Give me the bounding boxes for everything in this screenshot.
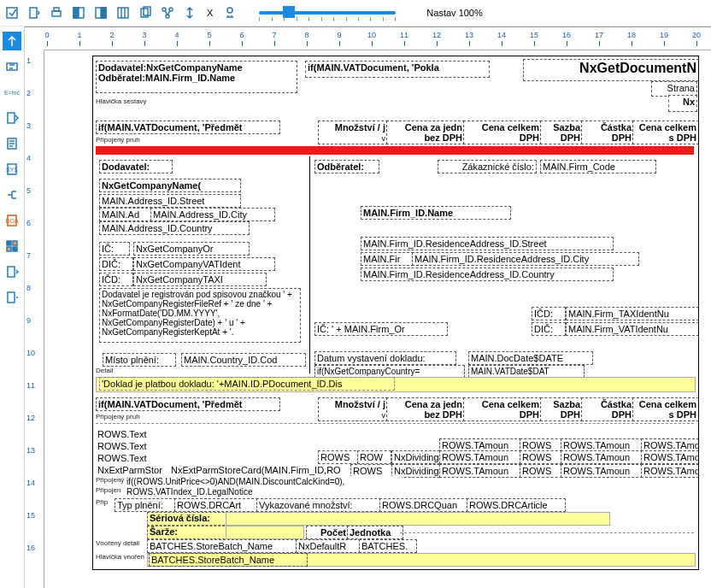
zoom-slider[interactable] bbox=[259, 9, 396, 17]
supplier-street[interactable]: MAIN.Address_ID.Street bbox=[99, 194, 241, 208]
supplier-icd[interactable]: NxGetCompanyTAXI bbox=[133, 273, 267, 286]
col-cena-celkem1[interactable]: Cena celkemDPH bbox=[463, 121, 542, 144]
batches1[interactable]: BATCHES.StoreBatch_Name bbox=[147, 539, 297, 553]
batches3[interactable]: BATCHES.StoreBatch_Name bbox=[149, 553, 308, 567]
side-page-add-icon[interactable] bbox=[3, 109, 21, 127]
customer-name[interactable]: MAIN.Firm_ID.Name bbox=[361, 206, 511, 220]
drcan[interactable]: ROWS.DRCArt bbox=[174, 498, 258, 512]
side-arrow-up-icon[interactable] bbox=[3, 32, 21, 50]
datum-val[interactable]: MAIN.DocDate$DATE bbox=[468, 351, 593, 365]
supplier-ic-l[interactable]: IČ: bbox=[99, 242, 130, 256]
jednotka-label[interactable]: Jednotka bbox=[347, 526, 403, 539]
customer-zip[interactable]: MAIN.Fir bbox=[361, 252, 414, 266]
vyk-l[interactable]: Vykazované množství: bbox=[256, 498, 381, 512]
pocet-label[interactable]: Počet bbox=[306, 526, 349, 539]
supplier-city[interactable]: MAIN.Address_ID.City bbox=[150, 208, 275, 221]
tool-page-print-icon[interactable] bbox=[48, 4, 65, 21]
customer-dic[interactable]: MAIN.Firm_VATIdentNu bbox=[566, 322, 699, 336]
col-mnozstvi[interactable]: Množství / jv bbox=[318, 121, 388, 144]
side-doa-icon[interactable]: DOA bbox=[3, 211, 21, 230]
yellow-text[interactable]: 'Doklad je platbou dokladu: '+MAIN.ID.PD… bbox=[99, 377, 395, 391]
customer-street[interactable]: MAIN.Firm_ID.ResidenceAddress_ID.Street bbox=[361, 237, 614, 250]
customer-icd[interactable]: MAIN.Firm_TAXIdentNu bbox=[566, 307, 699, 320]
rows-text1[interactable]: ROWS.Text bbox=[96, 428, 176, 440]
side-page-text-icon[interactable] bbox=[3, 134, 21, 153]
vatdate[interactable]: MAIN.VATDate$DAT bbox=[468, 365, 585, 378]
misto-country[interactable]: MAIN.Country_ID.Cod bbox=[181, 353, 306, 367]
rows-text2[interactable]: ROWS.Text bbox=[96, 440, 176, 452]
col-predmet[interactable]: if(MAIN.VATDocument, 'Předmět bbox=[96, 121, 280, 134]
supplier-label[interactable]: Dodavatel: bbox=[99, 160, 173, 173]
col2-cena-celkem2[interactable]: Cena celkems DPH bbox=[632, 397, 699, 421]
tool-resize-v-icon[interactable] bbox=[181, 4, 198, 21]
side-text-field-icon[interactable] bbox=[3, 57, 21, 76]
customer-zakcislo[interactable]: MAIN.Firm_Code bbox=[540, 160, 656, 173]
tool-columns-icon[interactable] bbox=[115, 4, 132, 21]
tool-tree-icon[interactable] bbox=[159, 4, 176, 21]
supplier-dic[interactable]: NxGetCompanyVATIdent bbox=[133, 257, 275, 271]
rows-text3[interactable]: ROWS.Text bbox=[96, 452, 176, 464]
customer-label[interactable]: Odběratel: bbox=[314, 160, 379, 173]
col-sazba[interactable]: SazbaDPH bbox=[540, 121, 583, 144]
misto-label[interactable]: Místo plnění: bbox=[103, 353, 176, 367]
customer-city[interactable]: MAIN.Firm_ID.ResidenceAddress_ID.City bbox=[412, 252, 639, 266]
typ-plneni-l[interactable]: Typ plnění: bbox=[115, 498, 176, 512]
rowsrow1[interactable]: ROWS bbox=[318, 450, 361, 464]
tool-snap-icon[interactable] bbox=[3, 4, 21, 21]
tamoun-e[interactable]: ROWS.TAmoun bbox=[439, 464, 521, 478]
tamoun-f[interactable]: ROWS.TAmoun bbox=[561, 464, 643, 478]
tool-half-left-icon[interactable] bbox=[70, 4, 87, 21]
tamoun-d2[interactable]: ROWS.TAmoun bbox=[641, 450, 699, 464]
tamoun-b1[interactable]: ROWS.TAmoun bbox=[439, 450, 521, 464]
field-if-vatdoc[interactable]: if(MAIN.VATDocument, 'Pokla bbox=[305, 61, 490, 78]
col2-predmet[interactable]: if(MAIN.VATDocument, 'Předmět bbox=[96, 397, 280, 411]
tool-ab-icon[interactable] bbox=[221, 4, 238, 21]
side-page-insert-icon[interactable] bbox=[3, 262, 21, 281]
side-sys-icon[interactable]: SYS bbox=[3, 160, 21, 179]
field-nx[interactable]: Nx bbox=[668, 95, 697, 112]
side-page-del-icon[interactable] bbox=[3, 288, 21, 307]
side-emc-icon[interactable]: E=mc bbox=[3, 83, 21, 102]
tool-page-left-icon[interactable] bbox=[26, 4, 43, 21]
col2-castka[interactable]: ČástkaDPH bbox=[581, 397, 634, 421]
col2-sazba[interactable]: SazbaDPH bbox=[540, 397, 583, 421]
col-castka[interactable]: ČástkaDPH bbox=[581, 121, 634, 144]
field-docnum[interactable]: NxGetDocumentN bbox=[523, 59, 699, 81]
customer-icd-l[interactable]: IČD: bbox=[532, 307, 566, 320]
col2-cena-celkem1[interactable]: Cena celkemDPH bbox=[463, 397, 542, 421]
legal[interactable]: ROWS.VATIndex_ID.LegalNotice bbox=[125, 486, 316, 497]
rowsc3[interactable]: ROWS bbox=[520, 464, 562, 478]
drcquan[interactable]: ROWS.DRCQuan bbox=[379, 498, 468, 512]
customer-dic-l[interactable]: DIČ: bbox=[532, 322, 566, 336]
side-branch-icon[interactable] bbox=[3, 185, 21, 204]
rowsc2[interactable]: ROWS bbox=[520, 450, 562, 464]
supplier-name[interactable]: NxGetCompanyName( bbox=[99, 179, 241, 192]
supplier-icd-l[interactable]: IČD: bbox=[99, 273, 133, 286]
tamoun-c2[interactable]: ROWS.TAmoun bbox=[561, 450, 643, 464]
drcarticle[interactable]: ROWS.DRCArticle bbox=[467, 498, 566, 512]
batches2[interactable]: BATCHES. bbox=[359, 539, 417, 553]
supplier-ic[interactable]: NxGetCompanyOr bbox=[133, 242, 250, 256]
col2-cena-jedn[interactable]: Cena za jednbez DPH bbox=[386, 397, 465, 421]
storecard2[interactable]: NxExtParmStoreCard(MAIN.Firm_ID,RO bbox=[169, 464, 352, 476]
supplier-register[interactable]: Dodavatel je registrován pod spisovou zn… bbox=[99, 288, 301, 343]
supplier-country[interactable]: MAIN.Address_ID.Country bbox=[99, 221, 250, 235]
datum-label[interactable]: Datum vystavení dokladu: bbox=[314, 351, 456, 365]
side-grid-icon[interactable] bbox=[3, 237, 21, 256]
storecard1[interactable]: NxExtParmStor bbox=[96, 464, 171, 476]
customer-zakcislo-l[interactable]: Zákaznické číslo: bbox=[438, 160, 537, 173]
supplier-dic-l[interactable]: DIČ: bbox=[99, 257, 133, 271]
col-cena-jedn[interactable]: Cena za jednbez DPH bbox=[386, 121, 465, 144]
field-dodavatel-odberatel[interactable]: Dodavatel:NxGetCompanyName Odběratel:MAI… bbox=[96, 61, 297, 93]
design-canvas[interactable]: Dodavatel:NxGetCompanyName Odběratel:MAI… bbox=[44, 50, 711, 588]
row1[interactable]: ROW bbox=[357, 450, 391, 464]
tamoun-g[interactable]: ROWS.TAmoun bbox=[641, 464, 699, 478]
red-band[interactable] bbox=[96, 146, 694, 155]
tool-copy-icon[interactable] bbox=[137, 4, 154, 21]
sarze-field1[interactable] bbox=[226, 526, 304, 539]
tool-half-right-icon[interactable] bbox=[92, 4, 109, 21]
seriova-field[interactable] bbox=[226, 512, 610, 526]
customer-country[interactable]: MAIN.Firm_ID.ResidenceAddress_ID.Country bbox=[361, 268, 614, 281]
customer-ic[interactable]: IČ: ' + MAIN.Firm_Or bbox=[314, 322, 448, 336]
col2-mnozstvi[interactable]: Množství / jv bbox=[318, 397, 388, 421]
